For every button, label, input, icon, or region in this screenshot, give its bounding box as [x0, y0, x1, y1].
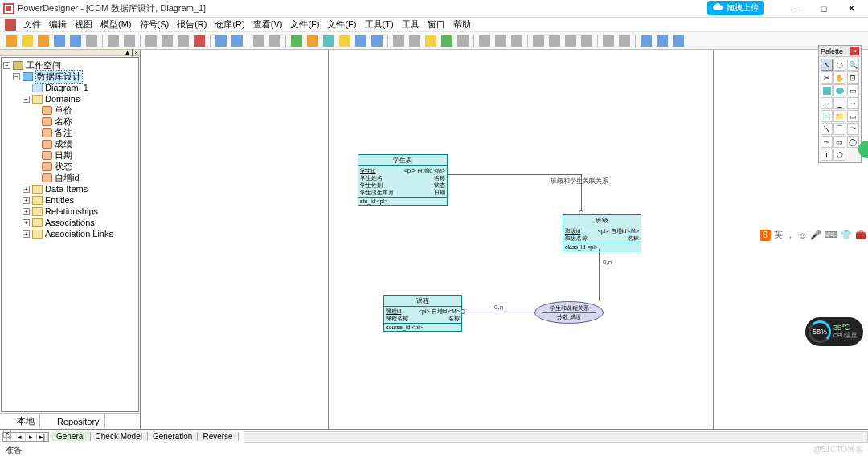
tool-text-icon[interactable]: T [821, 149, 833, 161]
cpu-temp-widget[interactable]: 58% 35℃ CPU温度 [805, 317, 863, 346]
tree-toggle[interactable]: − [13, 73, 20, 80]
cut-icon[interactable] [144, 34, 158, 48]
tree-domains[interactable]: Domains [45, 94, 80, 104]
tab-check-model[interactable]: Check Model [91, 432, 148, 441]
entity-course[interactable]: 课程 课程id<pi> 自增id <M> 课程名称名称 course_id <p… [383, 295, 462, 332]
tree-domain-item[interactable]: 状态 [55, 161, 72, 173]
tool-polyline-icon[interactable]: 〜 [847, 123, 859, 135]
zoom-icon[interactable] [252, 34, 266, 48]
association-student-course[interactable]: 学生和课程关系 分数 成绩 [534, 301, 604, 324]
print-icon[interactable] [84, 34, 99, 48]
menu-file3[interactable]: 文件(F) [323, 18, 360, 31]
emoji-icon[interactable]: ☺ [798, 230, 807, 240]
tool-lasso-icon[interactable]: ◌ [833, 59, 845, 71]
tool-link-icon[interactable]: ⎯ [833, 97, 845, 109]
tree-domain-item[interactable]: 日期 [55, 149, 72, 161]
db-icon[interactable] [321, 34, 336, 48]
menu-tools2[interactable]: 工具 [398, 18, 424, 31]
new-icon[interactable] [4, 34, 18, 48]
tool-relationship-icon[interactable]: ↔ [821, 97, 833, 109]
attr-icon[interactable] [391, 34, 406, 48]
tool-association-icon[interactable] [833, 84, 845, 96]
tree-toggle[interactable]: + [23, 197, 30, 204]
sogou-icon[interactable]: S [760, 230, 771, 241]
font-icon[interactable] [456, 34, 470, 48]
palette-header[interactable]: Palette × [819, 46, 861, 57]
tab-general[interactable]: General [51, 432, 91, 441]
save-icon[interactable] [52, 34, 67, 48]
generate-icon[interactable] [305, 34, 320, 48]
ime-toolbar[interactable]: S 英 ， ☺ 🎤 ⌨ 👕 🧰 [760, 229, 866, 241]
association-link[interactable] [462, 312, 534, 312]
copy-icon[interactable] [160, 34, 174, 48]
ime-lang[interactable]: 英 [774, 229, 783, 241]
redo-icon[interactable] [230, 34, 244, 48]
tree-model[interactable]: 数据库设计 [35, 70, 83, 84]
relationship-link[interactable] [448, 174, 581, 175]
tab-generation[interactable]: Generation [148, 432, 198, 441]
grid1-icon[interactable] [601, 34, 616, 48]
find-icon[interactable] [122, 34, 137, 48]
tool-note-icon[interactable]: ▭ [847, 110, 859, 122]
tab-next-icon[interactable]: ▸ [26, 433, 37, 441]
new-model-icon[interactable] [36, 34, 51, 48]
menu-symbol[interactable]: 符号(S) [136, 18, 174, 31]
layout1-icon[interactable] [531, 34, 546, 48]
tab-last-icon[interactable]: ▸| [37, 433, 48, 441]
layout2-icon[interactable] [547, 34, 562, 48]
align-center-icon[interactable] [493, 34, 508, 48]
properties-icon[interactable] [106, 34, 121, 48]
menu-model[interactable]: 模型(M) [96, 18, 136, 31]
menu-report[interactable]: 报告(R) [173, 18, 211, 31]
ime-punct[interactable]: ， [786, 229, 795, 241]
menu-edit[interactable]: 编辑 [45, 18, 71, 31]
link-icon[interactable] [407, 34, 422, 48]
tool-grabber-icon[interactable]: ✋ [833, 71, 845, 84]
tool-zoom-icon[interactable]: 🔍 [847, 59, 859, 71]
close-button[interactable]: ✕ [837, 1, 865, 17]
tab-repository[interactable]: Repository [40, 414, 105, 429]
maximize-button[interactable]: □ [810, 1, 837, 17]
layout3-icon[interactable] [563, 34, 578, 48]
menu-help[interactable]: 帮助 [449, 18, 475, 31]
text-tool-icon[interactable] [440, 34, 454, 48]
keyboard-icon[interactable]: ⌨ [825, 230, 837, 240]
align-right-icon[interactable] [510, 34, 524, 48]
tree-folder[interactable]: Associations [45, 218, 95, 227]
output-close-icon[interactable]: × [3, 430, 11, 438]
menu-window[interactable]: 窗口 [424, 18, 449, 31]
tree-toggle[interactable]: + [23, 219, 30, 226]
tool-cut-icon[interactable]: ✂ [821, 71, 833, 84]
tool-inheritance-icon[interactable]: ▭ [847, 84, 859, 96]
tree-domain-item[interactable]: 自增id [55, 172, 80, 184]
entity-class[interactable]: 班级 班级id<pi> 自增id <M> 班级名称名称 class_id <pi… [563, 214, 641, 251]
minimize-button[interactable]: — [783, 1, 810, 17]
tool-ellipse-icon[interactable]: ◯ [847, 136, 859, 148]
tool-assoc-link-icon[interactable]: ⇢ [847, 97, 859, 109]
tree-domain-item[interactable]: 备注 [55, 127, 72, 139]
tree-view[interactable]: −工作空间 −数据库设计 Diagram_1 −Domains 单价 名称 备注… [1, 57, 139, 412]
zoom-dropdown-icon[interactable] [268, 34, 282, 48]
view2-icon[interactable] [655, 34, 669, 48]
check-icon[interactable] [289, 34, 304, 48]
tree-toggle[interactable]: − [23, 96, 30, 103]
tree-folder[interactable]: Relationships [45, 206, 98, 216]
tree-folder[interactable]: Association Links [45, 229, 113, 239]
toolbox-icon[interactable]: 🧰 [855, 230, 866, 240]
menu-repository[interactable]: 仓库(R) [211, 18, 248, 31]
tool-arc-icon[interactable]: ⌒ [833, 123, 845, 135]
report-icon[interactable] [338, 34, 352, 48]
palette-close-icon[interactable]: × [850, 47, 859, 55]
tool-rect-icon[interactable]: ▭ [833, 136, 845, 148]
merge-icon[interactable] [370, 34, 384, 48]
tree-folder[interactable]: Data Items [45, 184, 88, 194]
skin-icon[interactable]: 👕 [841, 230, 852, 240]
undo-icon[interactable] [214, 34, 228, 48]
tab-local[interactable]: 本地 [0, 414, 40, 429]
tool-curve-icon[interactable]: ⤳ [821, 136, 833, 148]
palette-panel[interactable]: Palette × ↖ ◌ 🔍 ✂ ✋ ⊡ ▭ ↔ ⎯ ⇢ 📄 📁 ▭ ＼ ⌒ … [818, 45, 862, 163]
mic-icon[interactable]: 🎤 [810, 230, 821, 240]
view1-icon[interactable] [639, 34, 653, 48]
tool-file-icon[interactable]: 📄 [821, 110, 833, 122]
pin-icon[interactable]: ▲│× [124, 49, 138, 56]
